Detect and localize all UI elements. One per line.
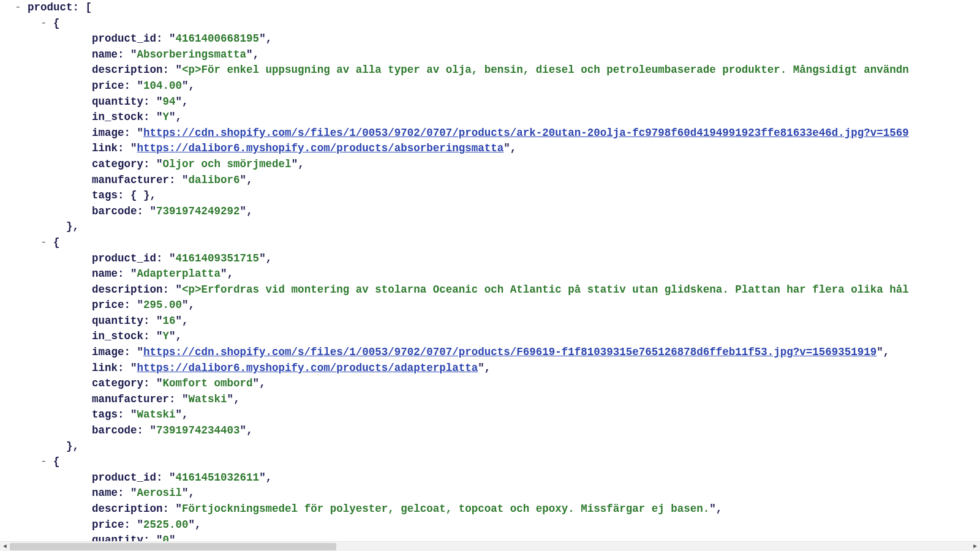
json-key: price [92, 80, 124, 92]
horizontal-scrollbar[interactable]: ◄ ► [0, 541, 980, 551]
json-string-value: Y [163, 330, 170, 342]
json-string-value: <p>Erfordras vid montering av stolarna O… [182, 283, 909, 296]
json-key: quantity [92, 96, 143, 108]
json-key: in_stock [92, 111, 143, 123]
json-key: category [92, 158, 143, 170]
json-string-value: Y [163, 111, 170, 123]
json-key: product_id [92, 252, 156, 264]
json-key: price [92, 519, 124, 531]
json-string-value: Aerosil [137, 487, 183, 499]
json-tree: - product: [ - { product_id: "4161400668… [0, 0, 980, 549]
json-key: category [92, 377, 143, 389]
object-open-brace: { [53, 236, 60, 249]
scrollbar-track[interactable] [10, 542, 970, 551]
object-close-brace: }, [66, 220, 79, 233]
json-url-value[interactable]: https://cdn.shopify.com/s/files/1/0053/9… [143, 127, 909, 139]
json-string-value: Absorberingsmatta [137, 48, 247, 61]
json-key: product_id [92, 32, 156, 45]
json-string-value: 7391974249292 [156, 205, 240, 217]
json-key: name [92, 487, 118, 499]
json-empty-object: { } [130, 189, 150, 201]
json-key: product_id [92, 471, 156, 484]
json-string-value: 94 [163, 96, 176, 108]
object-open-brace: { [53, 17, 60, 29]
json-key: link [92, 362, 118, 374]
json-url-value[interactable]: https://cdn.shopify.com/s/files/1/0053/9… [143, 346, 876, 358]
json-key: description [92, 283, 163, 296]
json-key: in_stock [92, 330, 143, 342]
json-string-value: Watski [137, 408, 176, 421]
json-string-value: Adapterplatta [137, 268, 221, 280]
json-url-value[interactable]: https://dalibor6.myshopify.com/products/… [137, 142, 504, 154]
json-key: barcode [92, 205, 137, 217]
scrollbar-thumb[interactable] [10, 543, 336, 550]
json-string-value: 16 [163, 315, 176, 327]
json-key: description [92, 503, 163, 515]
json-string-value: Watski [189, 393, 227, 405]
json-key: price [92, 299, 124, 311]
json-string-value: 4161409351715 [176, 252, 260, 264]
json-url-value[interactable]: https://dalibor6.myshopify.com/products/… [137, 362, 478, 374]
json-key: image [92, 346, 124, 358]
json-string-value: 104.00 [143, 80, 182, 92]
json-string-value: 2525.00 [143, 519, 189, 531]
scroll-right-button[interactable]: ► [970, 542, 980, 551]
json-string-value: Oljor och smörjmedel [163, 158, 292, 170]
json-string-value: 4161400668195 [176, 32, 260, 45]
json-key: link [92, 142, 118, 154]
json-string-value: 7391974234403 [156, 424, 240, 437]
json-key: image [92, 127, 124, 139]
collapse-toggle-icon[interactable]: - [40, 455, 53, 468]
json-string-value: dalibor6 [189, 174, 240, 186]
json-key: manufacturer [92, 393, 169, 405]
collapse-toggle-icon[interactable]: - [15, 1, 28, 13]
json-string-value: 295.00 [143, 299, 182, 311]
json-key: description [92, 64, 163, 76]
json-key: manufacturer [92, 174, 169, 186]
json-string-value: Komfort ombord [163, 377, 253, 389]
object-close-brace: }, [66, 440, 79, 452]
json-string-value: 4161451032611 [176, 471, 260, 484]
scroll-left-button[interactable]: ◄ [0, 542, 10, 551]
collapse-toggle-icon[interactable]: - [40, 236, 53, 249]
object-open-brace: { [53, 455, 60, 468]
json-key: tags [92, 189, 118, 201]
json-key: name [92, 268, 118, 280]
collapse-toggle-icon[interactable]: - [40, 17, 53, 29]
json-key: barcode [92, 424, 137, 437]
json-key: quantity [92, 315, 143, 327]
json-key: tags [92, 408, 118, 421]
json-tree-viewport: - product: [ - { product_id: "4161400668… [0, 0, 980, 551]
json-key: name [92, 48, 118, 61]
json-string-value: <p>För enkel uppsugning av alla typer av… [182, 64, 909, 76]
json-key: product [28, 1, 73, 13]
json-string-value: Förtjockningsmedel för polyester, gelcoa… [182, 503, 709, 515]
